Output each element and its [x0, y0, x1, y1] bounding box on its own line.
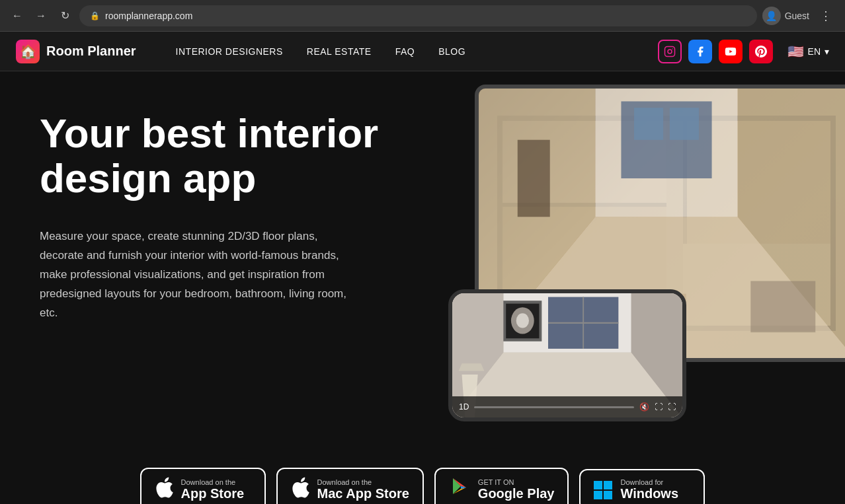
hero-visuals: 1D 🔇 ⛶ ⛶: [435, 85, 845, 428]
pinterest-button[interactable]: [749, 40, 773, 63]
apple-icon: [155, 477, 173, 503]
pip-button[interactable]: ⛶: [655, 402, 663, 412]
google-play-icon: [449, 477, 470, 503]
back-button[interactable]: ←: [8, 7, 26, 25]
nav-faq[interactable]: FAQ: [395, 46, 415, 57]
svg-point-26: [516, 313, 529, 328]
svg-marker-28: [459, 363, 485, 371]
mute-button[interactable]: 🔇: [639, 402, 649, 412]
browser-toolbar-right: 👤 Guest ⋮: [762, 6, 837, 26]
flag-icon: 🇺🇸: [787, 44, 804, 59]
video-controls-bar: 1D 🔇 ⛶ ⛶: [452, 396, 682, 417]
language-button[interactable]: 🇺🇸 EN ▾: [787, 44, 829, 59]
chevron-down-icon: ▾: [825, 46, 829, 57]
google-play-big-text: Google Play: [478, 486, 555, 501]
windows-text: Download for Windows: [620, 478, 678, 501]
app-store-small-text: Download on the: [181, 478, 245, 486]
google-play-text: GET IT ON Google Play: [478, 478, 555, 501]
browser-chrome: ← → ↻ 🔒 roomplannerapp.com 👤 Guest ⋮: [0, 0, 845, 32]
profile-button[interactable]: 👤 Guest: [762, 7, 809, 25]
address-bar[interactable]: 🔒 roomplannerapp.com: [79, 5, 757, 26]
svg-point-2: [672, 48, 673, 50]
nav-blog[interactable]: BLOG: [438, 46, 465, 57]
hero-content: Your best interior design app Measure yo…: [40, 111, 410, 323]
mac-app-store-text: Download on the Mac App Store: [317, 478, 409, 501]
mac-store-big-text: Mac App Store: [317, 486, 409, 501]
app-store-big-text: App Store: [181, 486, 245, 501]
hero-title: Your best interior design app: [40, 111, 410, 201]
hero-description: Measure your space, create stunning 2D/3…: [40, 227, 357, 322]
windows-big-text: Windows: [620, 486, 678, 501]
svg-rect-9: [634, 108, 663, 140]
fullscreen-button[interactable]: ⛶: [668, 402, 676, 412]
reload-button[interactable]: ↻: [56, 7, 74, 25]
svg-rect-0: [664, 46, 674, 56]
windows-button[interactable]: Download for Windows: [579, 469, 705, 504]
google-play-button[interactable]: GET IT ON Google Play: [434, 468, 569, 504]
app-store-button[interactable]: Download on the App Store: [140, 468, 266, 504]
nav-real-estate[interactable]: REAL ESTATE: [307, 46, 372, 57]
download-section: Download on the App Store Download on th…: [0, 441, 845, 504]
logo-icon: 🏠: [16, 40, 40, 63]
google-play-small-text: GET IT ON: [478, 478, 555, 486]
mac-store-small-text: Download on the: [317, 478, 409, 486]
phone-screen: 1D 🔇 ⛶ ⛶: [452, 293, 682, 417]
phone-mockup: 1D 🔇 ⛶ ⛶: [448, 289, 686, 421]
main-navbar: 🏠 Room Planner INTERIOR DESIGNERS REAL E…: [0, 32, 845, 71]
svg-rect-10: [670, 108, 699, 140]
mac-app-store-button[interactable]: Download on the Mac App Store: [276, 468, 424, 504]
profile-avatar: 👤: [762, 7, 781, 25]
apple-mac-icon: [291, 477, 309, 503]
app-store-text: Download on the App Store: [181, 478, 245, 501]
language-label: EN: [808, 46, 821, 57]
logo-text: Room Planner: [46, 44, 136, 59]
progress-bar[interactable]: [474, 406, 634, 408]
svg-rect-12: [750, 281, 815, 332]
svg-rect-11: [518, 140, 550, 217]
logo-area[interactable]: 🏠 Room Planner: [16, 40, 136, 63]
windows-small-text: Download for: [620, 478, 678, 486]
facebook-button[interactable]: [688, 40, 712, 63]
browser-menu-button[interactable]: ⋮: [815, 6, 837, 26]
hero-section: Your best interior design app Measure yo…: [0, 71, 845, 441]
profile-label: Guest: [785, 11, 809, 21]
youtube-button[interactable]: [719, 40, 743, 63]
social-links: 🇺🇸 EN ▾: [658, 40, 829, 63]
nav-interior-designers[interactable]: INTERIOR DESIGNERS: [176, 46, 283, 57]
time-display: 1D: [459, 402, 469, 412]
forward-button[interactable]: →: [32, 7, 50, 25]
lock-icon: 🔒: [90, 11, 100, 20]
svg-point-1: [668, 50, 672, 54]
nav-links: INTERIOR DESIGNERS REAL ESTATE FAQ BLOG: [176, 46, 658, 57]
windows-icon: [594, 481, 612, 499]
url-text: roomplannerapp.com: [105, 11, 192, 21]
instagram-button[interactable]: [658, 40, 682, 63]
